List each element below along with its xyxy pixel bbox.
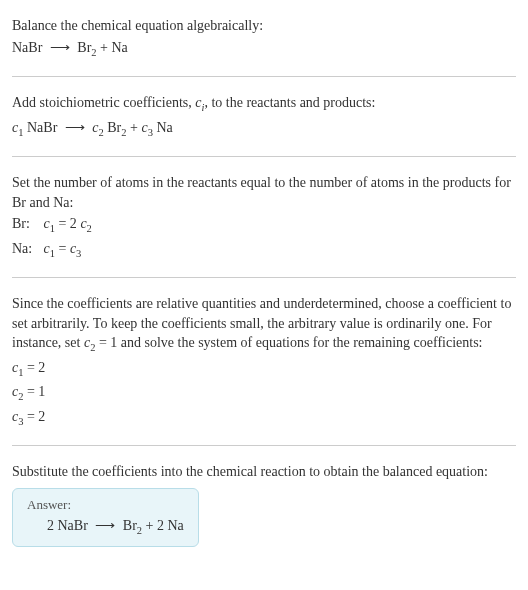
divider [12, 156, 516, 157]
heading-text-a: Add stoichiometric coefficients, [12, 95, 195, 110]
section-atom-balance: Set the number of atoms in the reactants… [12, 165, 516, 269]
arrow-icon: ⟶ [65, 118, 85, 138]
coeff-result-2: c2 = 1 [12, 382, 516, 404]
unbalanced-equation: NaBr ⟶ Br2 + Na [12, 38, 516, 60]
solve-text-b: = 1 and solve the system of equations fo… [95, 335, 482, 350]
section-answer: Substitute the coefficients into the che… [12, 454, 516, 552]
c3-na: Na [153, 120, 173, 135]
section-coefficients: Add stoichiometric coefficients, ci, to … [12, 85, 516, 148]
c3-sub: 3 [76, 248, 81, 259]
intro-heading: Balance the chemical equation algebraica… [12, 16, 516, 36]
solve-heading: Since the coefficients are relative quan… [12, 294, 516, 356]
c-val: = 1 [23, 384, 45, 399]
element-label-na: Na: [12, 239, 40, 259]
balance-row-na: Na: c1 = c3 [12, 239, 516, 261]
c2-sub: 2 [87, 223, 92, 234]
balance-row-br: Br: c1 = 2 c2 [12, 214, 516, 236]
answer-heading: Substitute the coefficients into the che… [12, 462, 516, 482]
heading-text-b: , to the reactants and products: [204, 95, 375, 110]
c-val: = 2 [23, 409, 45, 424]
coeff-equation: c1 NaBr ⟶ c2 Br2 + c3 Na [12, 118, 516, 140]
eq-rhs-br: Br [77, 40, 91, 55]
coeff-heading: Add stoichiometric coefficients, ci, to … [12, 93, 516, 115]
divider [12, 277, 516, 278]
eq-rhs-br: Br [119, 518, 137, 533]
section-intro: Balance the chemical equation algebraica… [12, 8, 516, 68]
c2-br: Br [104, 120, 122, 135]
arrow-icon: ⟶ [50, 38, 70, 58]
c1-species: NaBr [23, 120, 60, 135]
balance-heading: Set the number of atoms in the reactants… [12, 173, 516, 212]
eq-text: = 2 [55, 216, 80, 231]
coeff-result-1: c1 = 2 [12, 358, 516, 380]
divider [12, 445, 516, 446]
eq-lhs: NaBr [12, 40, 42, 55]
element-label-br: Br: [12, 214, 40, 234]
answer-label: Answer: [27, 497, 184, 513]
eq-text: = [55, 241, 70, 256]
section-solve: Since the coefficients are relative quan… [12, 286, 516, 437]
balanced-equation: 2 NaBr ⟶ Br2 + 2 Na [27, 517, 184, 536]
c-val: = 2 [23, 360, 45, 375]
eq-rhs-na: + 2 Na [142, 518, 184, 533]
plus: + [127, 120, 142, 135]
coeff-result-3: c3 = 2 [12, 407, 516, 429]
answer-box: Answer: 2 NaBr ⟶ Br2 + 2 Na [12, 488, 199, 547]
eq-rhs-plus-na: + Na [97, 40, 128, 55]
arrow-icon: ⟶ [95, 517, 115, 534]
eq-lhs: 2 NaBr [47, 518, 91, 533]
divider [12, 76, 516, 77]
